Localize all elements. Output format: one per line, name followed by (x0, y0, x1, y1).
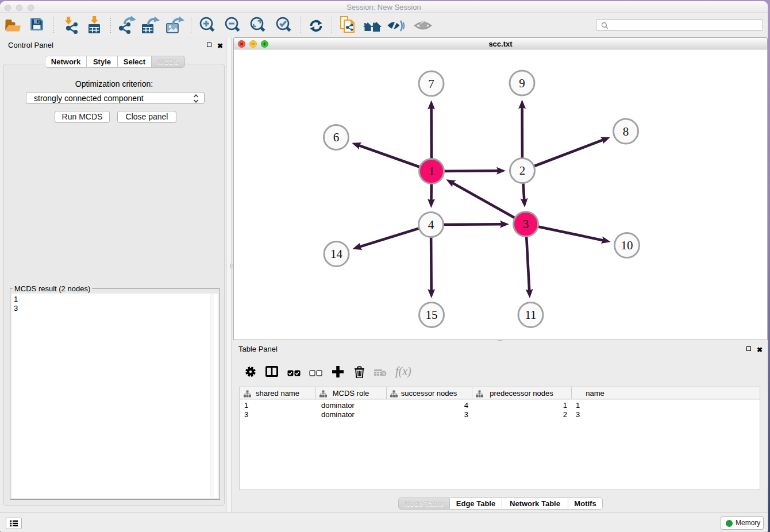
svg-text:9: 9 (519, 76, 525, 90)
svg-text:8: 8 (623, 125, 629, 138)
svg-text:7: 7 (428, 77, 434, 91)
svg-text:3: 3 (523, 217, 529, 231)
svg-text:4: 4 (428, 218, 434, 232)
svg-text:6: 6 (333, 130, 340, 144)
svg-text:14: 14 (330, 247, 343, 261)
svg-text:15: 15 (426, 308, 438, 322)
svg-text:11: 11 (525, 308, 536, 322)
svg-text:2: 2 (519, 164, 526, 178)
svg-text:10: 10 (621, 238, 633, 252)
svg-text:1: 1 (429, 164, 435, 178)
